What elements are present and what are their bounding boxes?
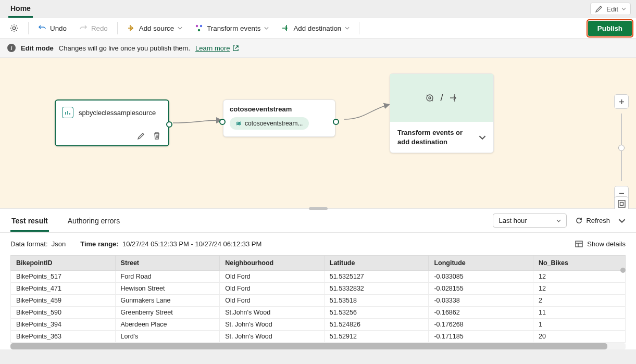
- show-details-button[interactable]: Show details: [575, 240, 626, 248]
- gear-icon: [9, 23, 19, 33]
- pencil-icon: [595, 5, 603, 13]
- bottom-panel: Test result Authoring errors Last hour R…: [0, 209, 636, 349]
- table-cell: 51.53256: [324, 307, 429, 319]
- designer-canvas[interactable]: spbycleclessamplesource cotosoeventstrea…: [0, 58, 636, 209]
- column-header[interactable]: Latitude: [324, 256, 429, 271]
- table-cell: BikePoints_590: [11, 307, 116, 319]
- input-port[interactable]: [219, 119, 226, 125]
- table-cell: -0.033085: [429, 271, 533, 283]
- publish-button[interactable]: Publish: [588, 21, 632, 36]
- edit-dropdown-button[interactable]: Edit: [590, 3, 631, 15]
- table-cell: BikePoints_394: [11, 319, 116, 331]
- table-cell: -0.03338: [429, 295, 533, 307]
- chevron-down-icon: [178, 27, 182, 30]
- node-eventstream[interactable]: cotosoeventstream ≋ cotosoeventstream...: [223, 99, 335, 137]
- zoom-control: [614, 94, 629, 200]
- zoom-thumb[interactable]: [618, 145, 625, 151]
- table-row[interactable]: BikePoints_394Aberdeen PlaceSt. John's W…: [11, 319, 626, 331]
- table-cell: 51.5332832: [324, 283, 429, 295]
- arrow-in-icon: [127, 24, 135, 32]
- table-cell: 12: [533, 271, 625, 283]
- data-format-label: Data format:: [10, 240, 48, 248]
- svg-point-2: [200, 25, 202, 27]
- chevron-down-icon: [264, 27, 269, 30]
- time-filter-dropdown[interactable]: Last hour: [493, 214, 567, 228]
- table-row[interactable]: BikePoints_363Lord'sSt. John's Wood51.52…: [11, 331, 626, 343]
- panel-drag-handle[interactable]: [309, 207, 328, 210]
- node-destination-placeholder[interactable]: / Transform events or add destination: [390, 73, 494, 153]
- output-port[interactable]: [166, 121, 172, 128]
- table-row[interactable]: BikePoints_590Greenberry StreetSt.John's…: [11, 307, 626, 319]
- table-cell: Gunmakers Lane: [115, 295, 220, 307]
- svg-rect-7: [620, 202, 623, 205]
- table-cell: 51.524826: [324, 319, 429, 331]
- trash-icon[interactable]: [153, 132, 161, 140]
- add-destination-button[interactable]: Add destination: [276, 21, 355, 35]
- table-row[interactable]: BikePoints_517Ford RoadOld Ford51.532512…: [11, 271, 626, 283]
- add-source-button[interactable]: Add source: [122, 21, 188, 35]
- tab-test-result[interactable]: Test result: [10, 210, 49, 232]
- table-row[interactable]: BikePoints_471Hewison StreetOld Ford51.5…: [11, 283, 626, 295]
- zoom-slider[interactable]: [621, 114, 622, 181]
- column-header[interactable]: Neighbourhood: [220, 256, 325, 271]
- tab-home[interactable]: Home: [8, 1, 33, 18]
- column-header[interactable]: Longitude: [429, 256, 533, 271]
- table-cell: Hewison Street: [115, 283, 220, 295]
- chevron-down-icon[interactable]: [618, 217, 626, 224]
- chevron-down-icon[interactable]: [479, 134, 486, 141]
- refresh-icon: [575, 217, 583, 224]
- node-source[interactable]: spbycleclessamplesource: [55, 99, 169, 146]
- redo-icon: [79, 24, 88, 32]
- vertical-scrollbar[interactable]: [620, 267, 626, 335]
- table-row[interactable]: BikePoints_459Gunmakers LaneOld Ford51.5…: [11, 295, 626, 307]
- tab-authoring-errors[interactable]: Authoring errors: [67, 210, 121, 232]
- info-icon: i: [7, 44, 16, 52]
- destination-ph-icon: [448, 93, 459, 103]
- pencil-icon[interactable]: [137, 132, 145, 140]
- table-cell: St.John's Wood: [220, 307, 325, 319]
- chevron-down-icon: [621, 7, 626, 10]
- table-cell: Old Ford: [220, 295, 325, 307]
- redo-button[interactable]: Redo: [74, 21, 113, 35]
- time-range-label: Time range:: [80, 240, 118, 248]
- edit-mode-label: Edit mode: [21, 44, 54, 52]
- table-cell: 51.53518: [324, 295, 429, 307]
- table-cell: 2: [533, 295, 625, 307]
- table-cell: -0.171185: [429, 331, 533, 343]
- slash: /: [440, 93, 443, 104]
- column-header[interactable]: No_Bikes: [533, 256, 625, 271]
- toolbar-sep: [28, 22, 29, 34]
- table-cell: Lord's: [115, 331, 220, 343]
- output-port[interactable]: [333, 119, 339, 125]
- details-icon: [575, 241, 583, 247]
- zoom-in-button[interactable]: [614, 94, 629, 109]
- data-format-value: Json: [52, 240, 66, 248]
- undo-button[interactable]: Undo: [33, 21, 72, 35]
- svg-point-1: [196, 25, 198, 27]
- undo-icon: [38, 24, 46, 32]
- column-header[interactable]: Street: [115, 256, 220, 271]
- column-header[interactable]: BikepointID: [11, 256, 116, 271]
- table-cell: 1: [533, 319, 625, 331]
- horizontal-scrollbar[interactable]: [10, 343, 626, 349]
- source-node-name: spbycleclessamplesource: [79, 109, 156, 117]
- table-cell: Old Ford: [220, 283, 325, 295]
- table-cell: BikePoints_363: [11, 331, 116, 343]
- transform-events-button[interactable]: Transform events: [190, 21, 274, 35]
- arrow-out-icon: [281, 24, 290, 32]
- stream-node-title: cotosoeventstream: [230, 105, 329, 113]
- svg-rect-8: [576, 241, 582, 247]
- table-header-row: BikepointID Street Neighbourhood Latitud…: [11, 256, 626, 271]
- table-cell: 11: [533, 307, 625, 319]
- refresh-button[interactable]: Refresh: [575, 217, 610, 224]
- stream-chip[interactable]: ≋ cotosoeventstream...: [230, 117, 309, 130]
- svg-point-0: [13, 27, 15, 29]
- main-toolbar: Undo Redo Add source Transform events Ad…: [0, 18, 636, 39]
- settings-button[interactable]: [4, 20, 24, 36]
- table-cell: 20: [533, 331, 625, 343]
- table-cell: Old Ford: [220, 271, 325, 283]
- edit-mode-message: Changes will go live once you publish th…: [59, 44, 190, 52]
- table-cell: BikePoints_459: [11, 295, 116, 307]
- learn-more-link[interactable]: Learn more: [195, 44, 239, 52]
- table-cell: Ford Road: [115, 271, 220, 283]
